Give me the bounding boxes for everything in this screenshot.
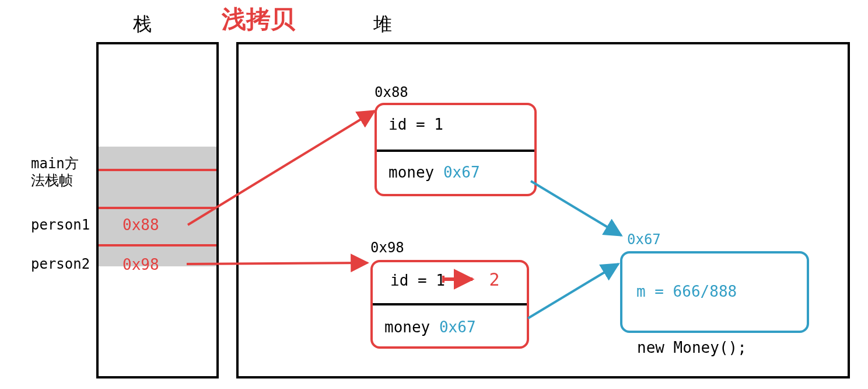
obj2-money-addr: 0x67 <box>439 318 476 336</box>
person2-addr: 0x98 <box>123 256 159 273</box>
stack-divider <box>99 207 216 209</box>
obj1-divider <box>377 150 534 152</box>
person1-label: person1 <box>31 217 90 233</box>
stack-box <box>96 42 219 378</box>
obj2-id-new: 2 <box>489 269 500 290</box>
obj2-money: money 0x67 <box>384 318 476 336</box>
money-box: m = 666/888 <box>620 251 809 333</box>
obj1-addr-label: 0x88 <box>374 84 408 100</box>
obj2-id-old: 1 <box>436 272 445 289</box>
obj2-box: id = 1 2 money 0x67 <box>370 260 529 349</box>
obj1-money-addr: 0x67 <box>443 164 480 181</box>
obj2-id: id = 1 2 <box>390 269 500 290</box>
stack-divider <box>99 244 216 246</box>
obj2-divider <box>373 303 527 305</box>
money-addr-label: 0x67 <box>627 231 661 248</box>
money-value: m = 666/888 <box>636 283 737 300</box>
obj1-id: id = 1 <box>388 116 443 133</box>
main-frame-label: main方 法栈帧 <box>31 155 79 189</box>
obj1-box: id = 1 money 0x67 <box>374 103 537 196</box>
stack-divider <box>99 169 216 171</box>
person2-label: person2 <box>31 256 90 272</box>
obj1-money-label: money <box>388 164 434 181</box>
stack-title: 栈 <box>133 12 152 37</box>
shallow-copy-title: 浅拷贝 <box>222 3 295 36</box>
obj2-money-label: money <box>384 318 430 336</box>
person1-addr: 0x88 <box>123 216 159 234</box>
obj2-addr-label: 0x98 <box>370 239 404 256</box>
obj2-id-label: id = <box>390 272 427 289</box>
heap-title: 堆 <box>373 12 392 37</box>
obj1-money: money 0x67 <box>388 164 480 181</box>
new-money-label: new Money(); <box>637 339 747 356</box>
